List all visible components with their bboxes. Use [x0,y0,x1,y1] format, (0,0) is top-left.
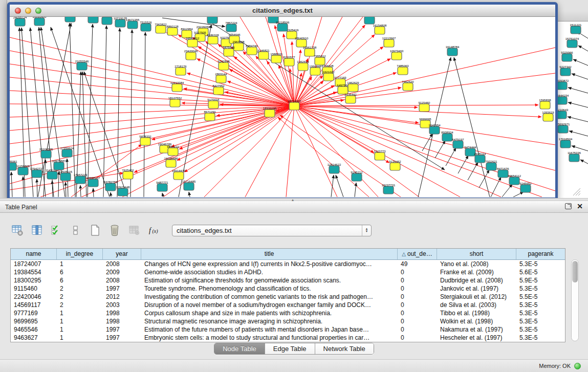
graph-node[interactable]: 1640954 [428,124,441,134]
graph-node[interactable]: 7515526 [140,21,152,31]
graph-node[interactable]: 16154808 [373,24,387,34]
graph-node[interactable]: 9135462 [389,160,401,170]
graph-node[interactable]: 12923448 [116,186,130,196]
graph-node[interactable]: 1093619 [542,111,554,121]
graph-node[interactable]: 17016504 [559,138,573,148]
graph-node[interactable]: 16914479 [172,169,186,180]
column-header-pagerank[interactable]: pagerank [516,249,565,259]
graph-node[interactable]: 10975887 [52,160,66,170]
select-columns-icon[interactable] [30,224,43,237]
graph-node[interactable]: 1623773 [374,150,386,160]
column-header-title[interactable]: title [141,249,398,259]
graph-node[interactable]: 2967608 [232,40,245,51]
graph-node[interactable]: 9875685 [223,46,235,56]
graph-node[interactable]: 9170016 [207,98,220,108]
row-checks-icon[interactable] [49,224,63,237]
table-row[interactable]: 1938455462009Genome-wide association stu… [11,268,565,276]
graph-node[interactable]: 1362615 [297,60,309,71]
graph-node[interactable]: 12444154 [558,94,569,104]
graph-node[interactable]: 17957223 [74,173,88,184]
graph-node[interactable]: 6497568 [337,84,349,94]
graph-node[interactable]: 2718176 [175,65,187,75]
graph-node[interactable]: 1588520 [270,53,282,63]
float-panel-icon[interactable] [565,203,572,209]
graph-node[interactable]: 10973493 [390,50,404,60]
graph-node[interactable]: 8454749 [246,45,258,55]
graph-node[interactable]: 12093872 [558,79,569,90]
graph-node[interactable]: 1511221 [570,24,582,34]
graph-node[interactable]: 12213384 [170,81,184,92]
table-row[interactable]: 946362711997Embryonic stem cells: a mode… [11,334,565,342]
graph-node[interactable]: 8220577 [283,56,295,66]
function-builder-icon[interactable]: f(x) [146,224,160,237]
graph-node[interactable]: 1990448 [309,65,321,75]
column-header-out-de-[interactable]: △out_de… [398,249,437,259]
graph-node[interactable]: 7857224 [225,21,237,32]
graph-node[interactable]: 2803144 [215,73,227,83]
graph-node[interactable]: 19218506 [276,21,290,31]
tab-node-table[interactable]: Node Table [214,343,265,354]
table-row[interactable]: 1456911722003Disruption of a novel membe… [11,301,565,309]
table-scrollbar[interactable] [571,259,579,341]
graph-node[interactable]: 8466160 [101,17,113,25]
graph-node[interactable]: 9498222 [167,145,179,156]
graph-node[interactable]: 17359924 [60,147,74,157]
resize-grip-icon[interactable] [573,188,580,195]
graph-node[interactable]: 8427552 [212,84,225,95]
graph-node[interactable]: 6479197 [452,138,464,148]
graph-node[interactable]: 2136442 [344,93,357,103]
column-header-in-degree[interactable]: in_degree [57,249,103,259]
graph-node[interactable]: 1621022 [322,71,335,81]
graph-node[interactable]: 11156809 [16,165,30,175]
graph-node[interactable]: 8671150 [204,111,216,121]
column-header-name[interactable]: name [11,249,57,259]
graph-node[interactable]: 18107552 [168,97,182,107]
graph-node[interactable]: 11451947 [46,169,59,179]
graph-node[interactable]: 2087682 [363,17,376,24]
table-row[interactable]: 1830029562008Estimation of significance … [11,276,565,285]
graph-node[interactable]: 15716485 [182,180,196,190]
graph-node[interactable]: 12213967 [382,37,396,47]
graph-node[interactable]: 9115460 [419,101,431,112]
table-row[interactable]: 2242004622012Investigating the contribut… [11,293,565,301]
graph-node[interactable]: 16033809 [206,17,220,24]
table-row[interactable]: 946554611997Estimation of the future num… [11,325,565,334]
graph-node[interactable]: 16543812 [186,37,200,47]
graph-node[interactable]: 18300295 [263,107,277,117]
graph-node[interactable]: 20206535 [39,148,53,158]
tab-network-table[interactable]: Network Table [315,343,374,354]
graph-node[interactable]: 9487771 [156,181,168,191]
graph-node[interactable]: 7932621 [485,160,497,170]
network-canvas[interactable]: 1872400718300295796382288601288912954232… [10,17,555,197]
graph-node[interactable]: 1527602 [87,17,99,23]
graph-node[interactable]: 7963822 [155,23,167,33]
graph-node[interactable]: 10655257 [63,17,77,22]
tab-edge-table[interactable]: Edge Table [265,343,315,354]
table-row[interactable]: 1872400712008Changes of HCN gene express… [11,260,565,268]
delete-table-disabled-icon[interactable] [127,224,141,237]
graph-node[interactable]: 15692971 [558,123,570,133]
graph-node[interactable]: 1595838 [539,99,551,109]
graph-node[interactable]: 18724007 [288,100,301,110]
graph-node[interactable]: 9227342 [559,65,572,76]
table-row[interactable]: 911546021997Tourette syndrome. Phenomeno… [11,285,565,293]
table-scrollbar-thumb[interactable] [572,261,578,282]
delete-trash-icon[interactable] [107,224,121,237]
graph-node[interactable]: 14671355 [126,18,140,29]
graph-node[interactable]: 18640910 [295,37,309,47]
table-row[interactable]: 969969511998Structural magnetic resonanc… [11,317,565,325]
new-table-icon[interactable] [88,224,102,237]
graph-node[interactable]: 24055724 [13,17,27,26]
row-boxes-icon[interactable] [69,224,82,237]
graph-node[interactable]: 2935114 [474,152,487,163]
graph-node[interactable]: 7462620 [402,80,414,91]
graph-node[interactable]: 1462629 [347,81,359,92]
graph-node[interactable]: 21053346 [75,60,89,70]
table-selector-dropdown[interactable]: citations_edges.txt▲▼ [172,225,372,236]
graph-node[interactable]: 16237731 [382,184,396,194]
graph-node[interactable]: 7955812 [314,55,326,65]
graph-node[interactable]: 9242848 [217,60,230,70]
graph-node[interactable]: 11675336 [568,151,581,162]
graph-node[interactable]: 9329966 [561,51,573,61]
dropdown-stepper-icon[interactable]: ▲▼ [362,225,371,236]
